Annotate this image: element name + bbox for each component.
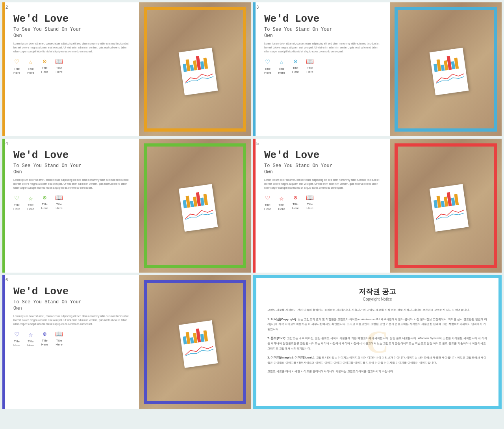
slide-left-2: We'd Love To See You Stand On YourOwn Lo… [2, 2, 139, 136]
icon-label-4-5: TitleHere [306, 202, 313, 210]
main-title-4: We'd Love [13, 150, 132, 161]
photo-area-5 [390, 139, 502, 273]
chart-line-2 [184, 71, 214, 84]
star-icon-4: ☆ [29, 195, 33, 202]
paper-card-4 [179, 184, 218, 232]
copyright-section-3-title: 3. 이미지(Image) & 이미지(Iconic): [267, 356, 315, 359]
icon-label-2-6: TitleHere [27, 340, 34, 347]
layers-icon-2: ⊗ [43, 59, 47, 65]
paper-card-5 [430, 184, 469, 232]
chart-bars-3 [432, 50, 463, 72]
icon-item-heart-3: ♡ TitleHere [264, 59, 271, 74]
icon-item-star-5: ☆ TitleHere [278, 195, 285, 211]
body-text-3: Lorem ipsum dolor sit amet, consectetuer… [264, 42, 383, 53]
chart-bars-2 [182, 50, 213, 72]
icons-row-3: ♡ TitleHere ☆ TitleHere ⊗ TitleHere 📖 Ti… [264, 59, 383, 74]
icon-item-layers-5: ⊗ TitleHere [292, 195, 299, 211]
heart-icon-6: ♡ [15, 331, 19, 338]
copyright-body: 고맙도 세로를 시작하기 전에 나눔의 협력에서 쇼핑하는 저정합니다. 사용자… [267, 308, 487, 378]
icon-label-3-5: TitleHere [292, 202, 299, 210]
book-icon-5: 📖 [306, 195, 314, 201]
copyright-subtitle: Copyright Notice [267, 297, 487, 301]
chart-bars-4 [182, 187, 213, 208]
icon-item-book-3: 📖 TitleHere [306, 59, 314, 74]
chart-line-3 [435, 71, 465, 84]
chart-line-6 [184, 343, 214, 357]
slide-right-4 [139, 139, 251, 273]
layers-icon-6: ⊗ [43, 331, 47, 338]
icon-label-1-4: TitleHere [13, 203, 20, 211]
star-icon-6: ☆ [29, 331, 33, 338]
copyright-container: C 저작권 공고 Copyright Notice 고맙도 세로를 시작하기 전… [253, 275, 502, 409]
copyright-intro-text: 고맙도 세로를 시작하기 전에 나눔의 협력에서 쇼핑하는 저정합니다. 사용자… [267, 308, 470, 311]
icon-item-star-3: ☆ TitleHere [278, 59, 285, 74]
heart-icon-4: ♡ [15, 195, 19, 202]
sub-title-5: To See You Stand On YourOwn [264, 163, 383, 176]
body-text-4: Lorem ipsum dolor sit amet, consectetuer… [13, 178, 132, 189]
icon-label-1-5: TitleHere [264, 203, 271, 211]
icon-label-3-4: TitleHere [41, 202, 48, 210]
book-icon-3: 📖 [306, 59, 314, 65]
slide-left-5: We'd Love To See You Stand On YourOwn Lo… [253, 139, 390, 273]
slide-right-3 [390, 2, 502, 136]
icons-row-4: ♡ TitleHere ☆ TitleHere ⊗ TitleHere 📖 Ti… [13, 195, 132, 211]
slide-right-5 [390, 139, 502, 273]
icon-label-2-2: TitleHere [27, 67, 34, 74]
icon-item-book-6: 📖 TitleHere [55, 331, 63, 347]
slide-2: 2 We'd Love To See You Stand On YourOwn … [2, 2, 251, 136]
icon-label-1-6: TitleHere [13, 340, 20, 347]
icon-label-4-4: TitleHere [56, 202, 62, 210]
photo-area-2 [139, 2, 251, 136]
main-title-2: We'd Love [13, 13, 132, 25]
icon-label-1-3: TitleHere [264, 67, 271, 74]
slide-4: 4 We'd Love To See You Stand On YourOwn … [2, 139, 251, 273]
paper-card-3 [430, 48, 469, 95]
slide-5: 5 We'd Love To See You Stand On YourOwn … [253, 139, 502, 273]
paper-card-6 [179, 320, 218, 368]
copyright-intro: 고맙도 세로를 시작하기 전에 나눔의 협력에서 쇼핑하는 저정합니다. 사용자… [267, 308, 487, 313]
slide-left-3: We'd Love To See You Stand On YourOwn Lo… [253, 2, 390, 136]
chart-bars-6 [182, 323, 213, 345]
slide-left-6: We'd Love To See You Stand On YourOwn Lo… [2, 275, 139, 409]
icon-item-heart-6: ♡ TitleHere [13, 331, 20, 347]
layers-icon-3: ⊗ [294, 59, 298, 65]
body-text-6: Lorem ipsum dolor sit amet, consectetuer… [13, 314, 132, 326]
copyright-slide: C 저작권 공고 Copyright Notice 고맙도 세로를 시작하기 전… [256, 278, 498, 406]
icon-item-star-2: ☆ TitleHere [27, 59, 34, 74]
body-text-5: Lorem ipsum dolor sit amet, consectetuer… [264, 178, 383, 189]
slide-left-4: We'd Love To See You Stand On YourOwn Lo… [2, 139, 139, 273]
slide-right-2 [139, 2, 251, 136]
icon-label-3-3: TitleHere [292, 66, 299, 74]
photo-area-6 [139, 275, 251, 409]
icon-item-book-2: 📖 TitleHere [55, 59, 63, 74]
icon-item-book-5: 📖 TitleHere [306, 195, 314, 211]
main-title-6: We'd Love [13, 286, 132, 297]
book-icon-2: 📖 [55, 59, 63, 65]
layers-icon-4: ⊗ [43, 195, 47, 201]
icon-item-heart-4: ♡ TitleHere [13, 195, 20, 211]
icon-item-layers-4: ⊗ TitleHere [41, 195, 48, 211]
photo-area-3 [390, 2, 502, 136]
icon-item-layers-3: ⊗ TitleHere [292, 59, 299, 74]
sub-title-3: To See You Stand On YourOwn [264, 26, 383, 40]
sub-title-4: To See You Stand On YourOwn [13, 163, 132, 176]
slide-right-6 [139, 275, 251, 409]
sub-title-2: To See You Stand On YourOwn [13, 26, 132, 40]
icon-item-star-6: ☆ TitleHere [27, 331, 34, 347]
copyright-section-2-text: 고맙도는 내부 디자인, 첨단 폰트도 세이버 사용률에 의한 제한코이에서 세… [267, 337, 487, 349]
icon-label-2-5: TitleHere [278, 203, 285, 211]
main-title-3: We'd Love [264, 13, 383, 25]
layers-icon-5: ⊗ [294, 195, 298, 201]
heart-icon-3: ♡ [265, 59, 270, 66]
paper-card-2 [179, 48, 218, 95]
icon-label-1-2: TitleHere [13, 67, 20, 74]
star-icon-3: ☆ [280, 59, 284, 66]
copyright-section-3: 3. 이미지(Image) & 이미지(Iconic): 고맙도 내에 있는 이… [267, 355, 487, 365]
book-icon-6: 📖 [55, 331, 63, 338]
icon-label-4-3: TitleHere [306, 66, 313, 74]
sub-title-6: To See You Stand On YourOwn [13, 299, 132, 312]
chart-line-4 [184, 207, 214, 221]
icon-label-4-2: TitleHere [56, 66, 62, 74]
heart-icon-2: ♡ [15, 59, 19, 66]
icon-item-heart-2: ♡ TitleHere [13, 59, 20, 74]
